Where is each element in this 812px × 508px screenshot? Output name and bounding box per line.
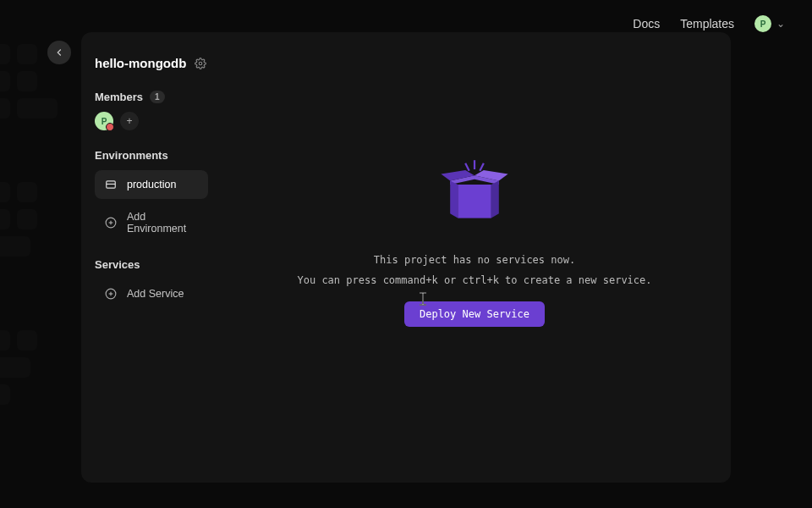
members-count-badge: 1 [150,91,165,103]
add-service-label: Add Service [127,288,184,300]
svg-line-11 [480,163,484,171]
members-label: Members [95,91,143,103]
empty-state-text-1: This project has no services now. [374,254,575,266]
arrow-left-icon [53,47,65,58]
member-avatar[interactable]: P [95,112,113,130]
gear-icon [195,58,206,69]
docs-link[interactable]: Docs [633,17,660,30]
environment-item-label: production [127,179,176,190]
empty-box-icon [436,154,513,230]
environments-label: Environments [95,149,168,162]
svg-rect-15 [458,185,491,218]
project-panel: hello-mongodb Members 1 P + Environments… [81,32,731,483]
add-environment-button[interactable]: Add Environment [95,202,208,243]
add-member-button[interactable]: + [120,112,139,130]
main-content: This project has no services now. You ca… [218,32,731,483]
environment-icon [105,179,117,190]
templates-link[interactable]: Templates [680,17,734,30]
plus-icon: + [126,115,132,127]
svg-line-10 [465,163,469,171]
project-sidebar: hello-mongodb Members 1 P + Environments… [81,32,218,483]
empty-state-text-2: You can press command+k or ctrl+k to cre… [297,274,651,286]
environment-item-production[interactable]: production [95,170,208,199]
svg-point-0 [200,62,203,65]
add-environment-label: Add Environment [127,211,198,235]
add-service-button[interactable]: Add Service [95,279,208,308]
services-label: Services [95,258,140,271]
chevron-down-icon: ⌄ [776,18,785,30]
background-tiles [0,51,68,508]
plus-circle-icon [105,288,117,300]
plus-circle-icon [105,217,117,229]
project-title: hello-mongodb [95,56,186,70]
project-settings-button[interactable] [195,58,206,69]
user-menu[interactable]: P ⌄ [754,15,785,32]
back-button[interactable] [47,41,71,64]
user-avatar-icon: P [754,15,771,32]
deploy-new-service-button[interactable]: Deploy New Service [404,301,545,327]
svg-marker-16 [450,181,458,218]
svg-marker-17 [491,181,499,218]
